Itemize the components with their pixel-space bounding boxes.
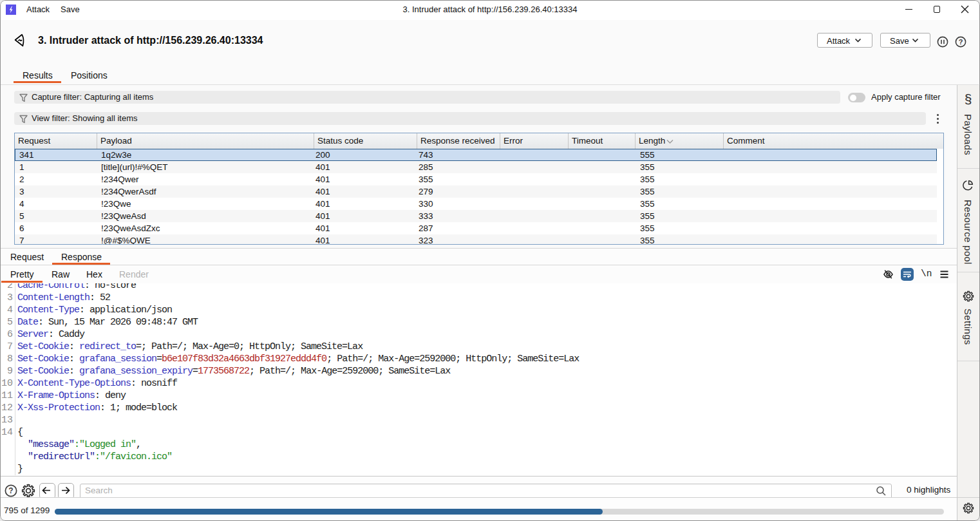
svg-text:?: ? xyxy=(959,38,963,46)
svg-text:?: ? xyxy=(8,486,13,495)
